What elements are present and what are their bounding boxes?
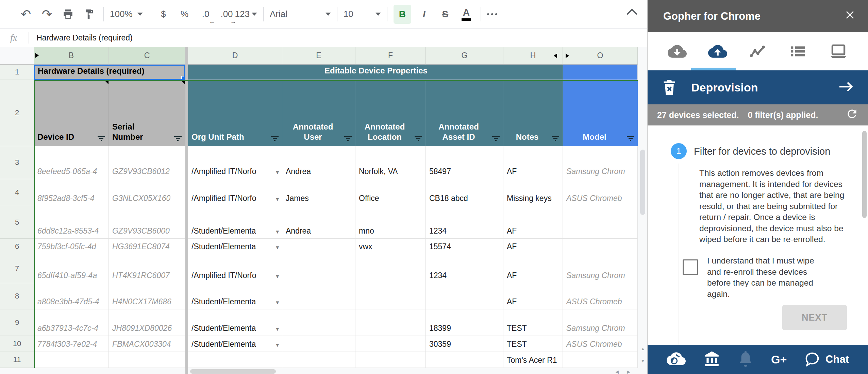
cell-notes[interactable]: Missing keys (503, 179, 563, 206)
filter-icon[interactable] (491, 134, 500, 141)
format-currency-button[interactable]: $ (155, 5, 172, 24)
cell-annotated-user[interactable]: Andrea (282, 206, 355, 239)
undo-icon[interactable]: ↶ (18, 5, 34, 24)
cell-annotated-asset-id[interactable]: 1234 (426, 254, 503, 283)
cell-annotated-asset-id[interactable]: 58497 (426, 146, 503, 179)
cell-annotated-location[interactable]: Norfolk, VA (355, 146, 426, 179)
cell-notes[interactable]: AF (503, 239, 563, 254)
cell-org-unit-path[interactable]: /Student/Elementa▼ (188, 206, 282, 239)
filter-icon[interactable] (626, 134, 635, 141)
tab-cloud-upload-icon[interactable] (706, 44, 730, 58)
cell-notes[interactable]: TEST (503, 336, 563, 352)
dropdown-arrow-icon[interactable]: ▼ (275, 196, 280, 203)
italic-button[interactable]: I (416, 5, 432, 24)
cell-annotated-user[interactable] (282, 336, 355, 352)
header-annotated-asset-id[interactable]: Annotated Asset ID (426, 80, 503, 146)
header-annotated-location[interactable]: Annotated Location (355, 80, 426, 146)
cell-notes[interactable]: AF (503, 146, 563, 179)
cell-org-unit-path[interactable]: /Amplified IT/Norfo▼ (188, 254, 282, 283)
format-percent-button[interactable]: % (177, 5, 193, 24)
strikethrough-button[interactable]: S (437, 5, 453, 24)
gopher-cloud-logo-icon[interactable] (667, 352, 686, 367)
vertical-scrollbar[interactable]: ▲ ▼ (638, 47, 647, 368)
cell-annotated-asset-id[interactable]: 30359 (426, 336, 503, 352)
column-header-d[interactable]: D (188, 47, 282, 65)
cell-serial-number[interactable]: GZ9V93CB6000 (109, 206, 185, 239)
column-header-h[interactable]: H (503, 47, 563, 65)
cell-annotated-user[interactable] (282, 254, 355, 283)
cell-annotated-asset-id[interactable]: CB18 abcd (426, 179, 503, 206)
cell-annotated-location[interactable]: mno (355, 206, 426, 239)
cell-annotated-location[interactable] (355, 352, 426, 368)
dropdown-arrow-icon[interactable]: ▼ (275, 342, 280, 349)
cell-annotated-user[interactable] (282, 309, 355, 336)
header-annotated-user[interactable]: Annotated User (282, 80, 355, 146)
cell-model[interactable]: ASUS Chromeb (563, 283, 638, 309)
cell-model[interactable] (563, 239, 638, 254)
select-all-corner[interactable] (0, 47, 34, 65)
forward-arrow-icon[interactable] (838, 81, 854, 94)
row-number[interactable]: 5 (0, 206, 34, 239)
refresh-icon[interactable] (846, 107, 858, 122)
cell-annotated-user[interactable]: James (282, 179, 355, 206)
row-number[interactable]: 3 (0, 146, 34, 179)
cell-device-id[interactable]: a6b37913-4c7c-4 (34, 309, 109, 336)
cell-model[interactable] (563, 206, 638, 239)
google-plus-link[interactable]: G+ (771, 353, 787, 366)
next-button[interactable]: NEXT (782, 305, 847, 330)
dropdown-arrow-icon[interactable]: ▼ (275, 326, 280, 333)
cell-device-id[interactable]: 759bf3cf-05fc-4d (34, 239, 109, 254)
bold-button[interactable]: B (394, 5, 411, 24)
column-header-f[interactable]: F (355, 47, 426, 65)
cell-device-id[interactable]: 6dd8c12a-8553-4 (34, 206, 109, 239)
cell-model[interactable]: Samsung Chrom (563, 309, 638, 336)
cell-annotated-asset-id[interactable] (426, 283, 503, 309)
cell-serial-number[interactable]: JH8091XD80026 (109, 309, 185, 336)
cell-annotated-asset-id[interactable]: 18399 (426, 309, 503, 336)
row-number[interactable]: 6 (0, 239, 34, 254)
text-color-button[interactable]: A (458, 5, 474, 24)
cell-annotated-user[interactable]: Andrea (282, 146, 355, 179)
bank-icon[interactable] (703, 350, 720, 369)
scroll-down-icon[interactable]: ▼ (638, 358, 648, 363)
row-number[interactable]: 2 (0, 80, 34, 146)
row-number[interactable]: 7 (0, 254, 34, 283)
cell-org-unit-path[interactable] (188, 352, 282, 368)
font-size-select[interactable]: 10 (344, 5, 381, 24)
dropdown-arrow-icon[interactable]: ▼ (275, 169, 280, 176)
filter-icon[interactable] (97, 134, 106, 141)
cell-annotated-location[interactable] (355, 283, 426, 309)
cell-serial-number[interactable] (109, 352, 185, 368)
header-org-unit-path[interactable]: Org Unit Path (188, 80, 282, 146)
increase-decimal-button[interactable]: .00→ (219, 5, 235, 24)
sidebar-scrollbar-thumb[interactable] (862, 131, 867, 218)
filter-icon[interactable] (270, 134, 279, 141)
more-options-icon[interactable] (487, 13, 489, 15)
scroll-up-icon[interactable]: ▲ (638, 346, 648, 351)
column-header-g[interactable]: G (426, 47, 503, 65)
column-header-o[interactable]: O (563, 47, 638, 65)
confirm-checkbox[interactable] (683, 259, 698, 275)
cell-device-id[interactable]: a808e3bb-47d5-4 (34, 283, 109, 309)
collapse-toolbar-icon[interactable] (627, 8, 637, 19)
zoom-select[interactable]: 100% (110, 5, 143, 24)
column-header-b[interactable]: B (34, 47, 109, 65)
scroll-left-icon[interactable]: ◀ (615, 369, 619, 374)
cell-org-unit-path[interactable]: /Student/Elementa▼ (188, 239, 282, 254)
cell-org-unit-path[interactable]: /Student/Elementa▼ (188, 336, 282, 352)
cell-notes[interactable]: Tom's Acer R1 (503, 352, 563, 368)
dropdown-arrow-icon[interactable]: ▼ (275, 244, 280, 251)
cell-notes[interactable]: AF (503, 206, 563, 239)
font-select[interactable]: Arial (270, 5, 331, 24)
cell-device-id[interactable]: 8eefeed5-065a-4 (34, 146, 109, 179)
cell-annotated-location[interactable] (355, 254, 426, 283)
filter-icon[interactable] (414, 134, 423, 141)
row-number[interactable]: 4 (0, 179, 34, 206)
row-number[interactable]: 8 (0, 283, 34, 309)
number-format-button[interactable]: 123 (235, 5, 257, 24)
cell-annotated-asset-id[interactable]: 1234 (426, 206, 503, 239)
cell-model[interactable]: ASUS Chromeb (563, 336, 638, 352)
selection-fill-handle[interactable] (181, 76, 185, 80)
filter-icon[interactable] (344, 134, 352, 141)
cell-org-unit-path[interactable]: /Amplified IT/Norfo▼ (188, 146, 282, 179)
